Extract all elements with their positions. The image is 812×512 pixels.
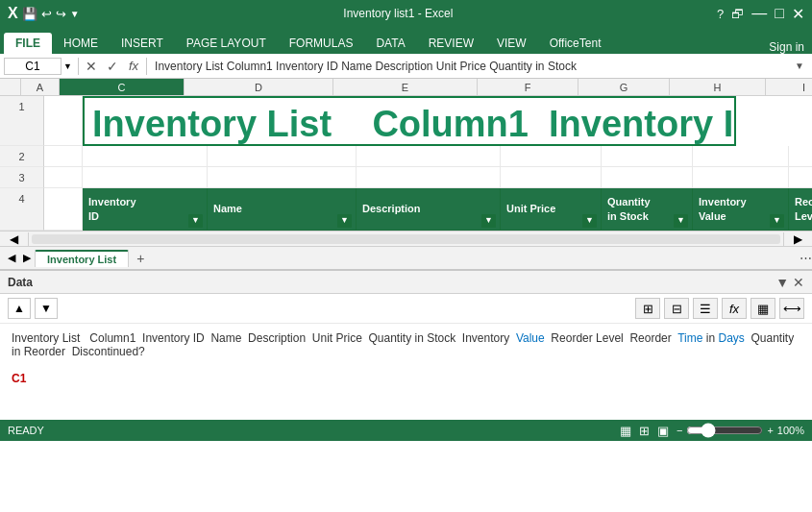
data-pane-collapse-btn[interactable]: ▼: [775, 275, 789, 290]
add-sheet-btn[interactable]: +: [131, 251, 150, 266]
table-header-unit-price[interactable]: Unit Price ▼: [501, 188, 602, 231]
col-header-g[interactable]: G: [578, 79, 670, 95]
name-dropdown[interactable]: ▼: [337, 214, 352, 228]
cell-ref-input[interactable]: [4, 58, 62, 75]
cell-f3[interactable]: [501, 167, 602, 188]
sheet-tab-inventory-list[interactable]: Inventory List: [35, 250, 129, 267]
table-header-inventory-id[interactable]: InventoryID ▼: [83, 188, 208, 231]
col-header-a[interactable]: A: [21, 79, 60, 95]
formula-content[interactable]: Inventory List Column1 Inventory ID Name…: [151, 60, 787, 73]
close-btn[interactable]: ✕: [792, 5, 804, 23]
data-action-fx-btn[interactable]: fx: [722, 298, 747, 319]
cell-i2[interactable]: [789, 146, 812, 167]
cell-h3[interactable]: [693, 167, 789, 188]
table-header-name[interactable]: Name ▼: [208, 188, 357, 231]
cell-i3[interactable]: [789, 167, 812, 188]
tab-data[interactable]: DATA: [364, 33, 416, 54]
row-num-2: 2: [0, 146, 44, 167]
table-header-inventory-value[interactable]: InventoryValue ▼: [693, 188, 789, 231]
tab-file[interactable]: FILE: [4, 33, 52, 54]
inventory-id-dropdown[interactable]: ▼: [188, 214, 203, 228]
quick-access-redo[interactable]: ↪: [56, 7, 66, 21]
scroll-left-btn[interactable]: ◀: [0, 232, 29, 246]
table-header-quantity-stock[interactable]: Quantityin Stock ▼: [602, 188, 693, 231]
table-header-reorder-level[interactable]: ReorderLevel ▼: [789, 188, 812, 231]
cell-h2[interactable]: [693, 146, 789, 167]
quantity-stock-dropdown[interactable]: ▼: [674, 214, 688, 228]
sheet-tab-scroll-right[interactable]: ▶: [19, 252, 35, 264]
fx-label: fx: [125, 59, 142, 73]
minimize-btn[interactable]: —: [751, 5, 767, 22]
cell-f2[interactable]: [501, 146, 602, 167]
cell-mode-page[interactable]: ⊞: [639, 424, 650, 438]
cell-a2[interactable]: [44, 146, 83, 167]
cell-a3[interactable]: [44, 167, 83, 188]
data-action-table-btn[interactable]: ⊞: [635, 298, 660, 319]
data-action-properties-btn[interactable]: ☰: [693, 298, 718, 319]
col-header-i[interactable]: I: [766, 79, 812, 95]
cell-a4[interactable]: [44, 188, 83, 231]
tab-formulas[interactable]: FORMULAS: [278, 33, 365, 54]
cell-a1[interactable]: [44, 96, 83, 146]
tab-view[interactable]: VIEW: [485, 33, 538, 54]
cell-reference-box[interactable]: ▼: [4, 58, 74, 75]
data-action-grid-btn[interactable]: ▦: [750, 298, 775, 319]
col-header-d[interactable]: D: [185, 79, 333, 95]
zoom-slider[interactable]: [686, 423, 763, 438]
col-header-c[interactable]: C: [60, 79, 185, 95]
col-header-e[interactable]: E: [333, 79, 478, 95]
table-header-description[interactable]: Description ▼: [357, 188, 501, 231]
tab-page-layout[interactable]: PAGE LAYOUT: [175, 33, 278, 54]
data-pane-title: Data: [8, 276, 33, 289]
data-pane-up-btn[interactable]: ▲: [8, 298, 31, 319]
table-header-reorder-level-label: ReorderLevel: [795, 195, 812, 223]
data-action-remove-btn[interactable]: ⊟: [664, 298, 689, 319]
cell-ref-dropdown-icon[interactable]: ▼: [62, 61, 74, 71]
scroll-thumb[interactable]: [32, 234, 780, 244]
help-icon[interactable]: ?: [717, 7, 724, 21]
quick-access-undo[interactable]: ↩: [41, 7, 52, 21]
cell-g3[interactable]: [602, 167, 693, 188]
data-action-expand-btn[interactable]: ⟷: [779, 298, 804, 319]
unit-price-dropdown[interactable]: ▼: [582, 214, 597, 228]
table-header-unit-price-label: Unit Price: [506, 202, 555, 215]
data-pane-close-btn[interactable]: ✕: [793, 275, 804, 290]
ready-label: READY: [8, 425, 44, 436]
tab-insert[interactable]: INSERT: [110, 33, 175, 54]
cell-d2[interactable]: [208, 146, 357, 167]
horizontal-scrollbar[interactable]: ◀ ▶: [0, 231, 812, 246]
scroll-right-btn[interactable]: ▶: [783, 232, 812, 246]
cell-d3[interactable]: [208, 167, 357, 188]
data-pane-down-btn[interactable]: ▼: [35, 298, 58, 319]
cell-c2[interactable]: [83, 146, 208, 167]
sheet-options-icon[interactable]: ⋯: [800, 251, 812, 265]
cancel-formula-btn[interactable]: ✕: [83, 59, 100, 74]
col-header-f[interactable]: F: [478, 79, 578, 95]
quick-access-more[interactable]: ▼: [70, 9, 80, 19]
sign-in-link[interactable]: Sign in: [769, 40, 812, 54]
formula-divider2: [146, 58, 147, 75]
cell-c3[interactable]: [83, 167, 208, 188]
formula-text: Inventory List Column1 Inventory ID Name…: [155, 60, 577, 73]
tab-officetent[interactable]: OfficeTent: [538, 33, 613, 54]
maximize-btn[interactable]: □: [775, 5, 784, 22]
zoom-out-btn[interactable]: −: [677, 425, 682, 436]
confirm-formula-btn[interactable]: ✓: [104, 59, 121, 74]
cell-mode-page-break[interactable]: ▣: [657, 424, 669, 438]
cell-e3[interactable]: [357, 167, 501, 188]
description-dropdown[interactable]: ▼: [481, 214, 496, 228]
tab-home[interactable]: HOME: [52, 33, 110, 54]
restore-icon[interactable]: 🗗: [731, 7, 744, 21]
cell-g2[interactable]: [602, 146, 693, 167]
row-3: 3: [0, 167, 812, 188]
sheet-tab-scroll-left[interactable]: ◀: [4, 252, 19, 264]
quick-access-save[interactable]: 💾: [22, 7, 37, 21]
col-header-h[interactable]: H: [670, 79, 766, 95]
cell-e2[interactable]: [357, 146, 501, 167]
cell-mode-normal[interactable]: ▦: [620, 424, 631, 438]
formula-expand-btn[interactable]: ▼: [791, 61, 808, 71]
zoom-in-btn[interactable]: +: [767, 425, 773, 436]
tab-review[interactable]: REVIEW: [417, 33, 485, 54]
cell-c1[interactable]: Inventory List Column1 Inventory ID N: [83, 96, 736, 146]
inventory-value-dropdown[interactable]: ▼: [770, 214, 784, 228]
